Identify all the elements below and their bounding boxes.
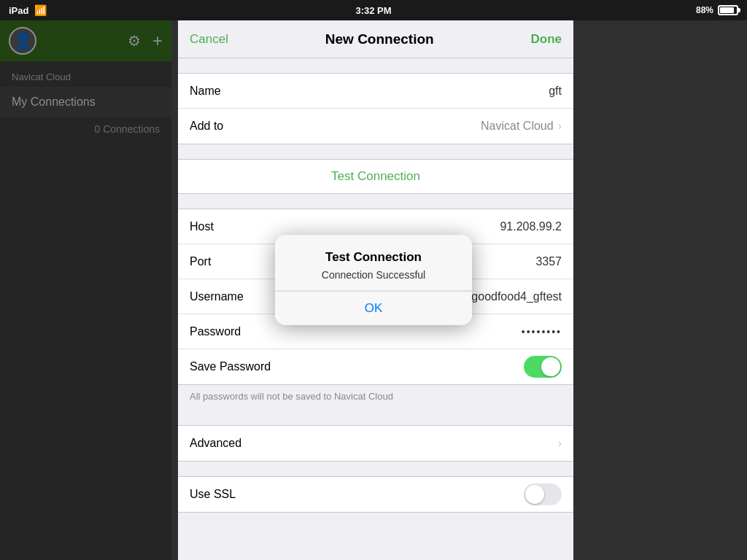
cancel-button[interactable]: Cancel [190,32,228,47]
alert-message: Connection Successful [287,269,460,281]
basic-info-section: Name gft Add to Navicat Cloud › [178,73,573,144]
add-to-chevron-icon: › [558,120,562,133]
carrier-label: iPad [9,5,28,16]
host-value[interactable]: 91.208.99.2 [277,220,562,233]
alert-buttons: OK [275,292,472,325]
password-label: Password [190,325,277,338]
wifi-icon: 📶 [34,4,47,16]
test-connection-button[interactable]: Test Connection [178,159,573,194]
battery-percent: 88% [696,5,713,15]
spacer-mid2 [178,194,573,209]
password-note: All passwords will not be saved to Navic… [178,385,573,411]
status-left: iPad 📶 [9,4,47,16]
advanced-row[interactable]: Advanced › [178,426,573,461]
name-label: Name [190,85,277,98]
spacer-ssl [178,462,573,476]
ssl-toggle[interactable] [524,483,562,505]
advanced-label: Advanced [190,437,277,450]
alert-title: Test Connection [287,250,460,265]
status-time: 3:32 PM [355,5,391,16]
status-bar: iPad 📶 3:32 PM 88% [0,0,747,20]
username-label: Username [190,290,277,303]
save-password-toggle[interactable] [524,356,562,378]
name-value[interactable]: gft [277,85,562,98]
add-to-row[interactable]: Add to Navicat Cloud › [178,109,573,144]
save-password-row: Save Password [178,349,573,384]
ssl-row: Use SSL [178,477,573,512]
ssl-label: Use SSL [190,488,277,501]
advanced-section: Advanced › [178,425,573,462]
ssl-section: Use SSL [178,476,573,513]
alert-dialog: Test Connection Connection Successful OK [275,236,472,325]
password-value[interactable]: •••••••• [277,325,562,338]
add-to-value: Navicat Cloud [277,120,554,133]
ok-button[interactable]: OK [275,292,472,325]
panel-header: Cancel New Connection Done [178,20,573,58]
password-dots: •••••••• [522,326,562,338]
status-right: 88% [696,5,738,15]
port-label: Port [190,255,277,268]
toggle-knob [541,357,560,376]
alert-content: Test Connection Connection Successful [275,236,472,292]
spacer-mid [178,144,573,159]
spacer-top [178,58,573,73]
panel-title: New Connection [325,31,434,47]
test-connection-label: Test Connection [331,169,420,184]
name-row: Name gft [178,74,573,109]
advanced-chevron-icon: › [558,437,562,450]
add-to-label: Add to [190,120,277,133]
spacer-bottom [178,411,573,425]
ssl-toggle-knob [525,485,544,504]
done-button[interactable]: Done [530,32,562,47]
host-label: Host [190,220,277,233]
save-password-label: Save Password [190,360,277,373]
battery-indicator [718,5,738,15]
